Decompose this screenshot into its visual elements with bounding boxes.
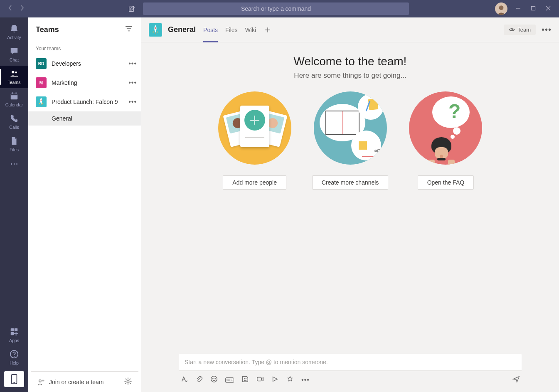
rail-label: Calendar xyxy=(5,102,23,107)
user-avatar[interactable] xyxy=(495,2,507,15)
sticker-icon[interactable] xyxy=(241,375,249,385)
teams-panel-title: Teams xyxy=(36,25,59,34)
team-row-falcon[interactable]: Product Launch: Falcon 9 ••• xyxy=(28,92,141,111)
svg-point-6 xyxy=(12,71,14,73)
new-message-button[interactable] xyxy=(124,1,140,17)
tab-wiki[interactable]: Wiki xyxy=(245,17,256,42)
window-close-button[interactable] xyxy=(546,5,551,12)
compose-area: GIF ••• xyxy=(141,354,559,392)
team-name: Developers xyxy=(52,60,123,67)
rail-label: Apps xyxy=(9,338,19,343)
svg-rect-10 xyxy=(12,92,13,94)
welcome-title: Welcome to the team! xyxy=(150,55,551,68)
team-more-button[interactable]: ••• xyxy=(128,60,137,67)
team-avatar xyxy=(36,96,47,107)
team-avatar: BD xyxy=(36,58,47,69)
rail-calendar[interactable]: Calendar xyxy=(0,88,28,111)
filter-button[interactable] xyxy=(125,25,133,34)
channel-name: General xyxy=(52,115,72,122)
team-avatar: M xyxy=(36,77,47,88)
rail-label: Calls xyxy=(9,125,19,130)
search-placeholder: Search or type a command xyxy=(241,5,311,12)
svg-point-19 xyxy=(40,99,42,101)
team-name: Marketing xyxy=(52,79,123,86)
welcome-card-add-people: Add more people xyxy=(218,91,291,190)
welcome-card-create-channels: Create more channels xyxy=(312,91,389,190)
rail-more-button[interactable]: • • • xyxy=(11,155,18,172)
rail-calls[interactable]: Calls xyxy=(0,111,28,133)
svg-point-7 xyxy=(15,71,17,74)
nav-forward-button[interactable] xyxy=(20,5,24,12)
channel-header: General Posts Files Wiki Team ••• xyxy=(141,17,559,42)
gif-icon[interactable]: GIF xyxy=(225,377,234,383)
svg-rect-12 xyxy=(11,328,14,331)
rail-label: Activity xyxy=(7,35,21,40)
svg-rect-9 xyxy=(11,94,18,96)
nav-back-button[interactable] xyxy=(8,5,12,12)
compose-input[interactable] xyxy=(179,354,522,371)
emoji-icon[interactable] xyxy=(210,375,218,385)
channel-row-general[interactable]: General xyxy=(28,111,141,126)
svg-rect-14 xyxy=(11,332,14,335)
rail-label: Help xyxy=(10,360,19,365)
team-more-button[interactable]: ••• xyxy=(128,79,137,86)
attach-icon[interactable] xyxy=(195,375,203,385)
praise-icon[interactable] xyxy=(286,375,294,385)
stream-icon[interactable] xyxy=(271,375,279,385)
search-input[interactable]: Search or type a command xyxy=(143,2,409,15)
compose-toolbar: GIF ••• xyxy=(179,371,522,385)
join-create-team-label: Join or create a team xyxy=(49,379,104,385)
rail-label: Chat xyxy=(10,57,19,62)
svg-point-1 xyxy=(499,5,504,10)
rail-files[interactable]: Files xyxy=(0,133,28,155)
rail-activity[interactable]: Activity xyxy=(0,21,28,43)
teams-panel: Teams Your teams BD Developers ••• M Mar… xyxy=(28,17,141,392)
rail-mobile-button[interactable] xyxy=(4,371,24,387)
rail-apps[interactable]: Apps xyxy=(0,324,28,346)
format-icon[interactable] xyxy=(180,375,188,385)
compose-more-icon[interactable]: ••• xyxy=(301,376,310,384)
svg-point-26 xyxy=(215,378,216,379)
send-icon[interactable] xyxy=(512,375,520,385)
svg-point-21 xyxy=(127,380,129,382)
rail-label: Teams xyxy=(8,80,21,85)
team-visibility-button[interactable]: Team xyxy=(504,25,536,35)
team-more-button[interactable]: ••• xyxy=(128,98,137,106)
svg-rect-3 xyxy=(532,7,535,10)
window-minimize-button[interactable] xyxy=(516,5,521,12)
rail-teams[interactable]: Teams xyxy=(0,66,28,88)
teams-section-header: Your teams xyxy=(28,42,141,54)
app-rail: Activity Chat Teams Calendar Calls Files xyxy=(0,17,28,392)
team-visibility-label: Team xyxy=(517,27,531,33)
team-row-marketing[interactable]: M Marketing ••• xyxy=(28,73,141,92)
add-people-button[interactable]: Add more people xyxy=(223,175,286,190)
rail-label: Files xyxy=(10,147,19,152)
svg-point-28 xyxy=(246,378,246,379)
rail-help[interactable]: Help xyxy=(0,346,28,369)
channel-more-button[interactable]: ••• xyxy=(542,25,552,35)
create-channels-button[interactable]: Create more channels xyxy=(312,175,389,190)
titlebar: Search or type a command xyxy=(0,0,559,17)
open-faq-button[interactable]: Open the FAQ xyxy=(418,175,474,190)
svg-point-23 xyxy=(511,29,513,30)
svg-point-22 xyxy=(155,27,156,29)
team-row-developers[interactable]: BD Developers ••• xyxy=(28,54,141,73)
add-tab-button[interactable] xyxy=(263,26,272,34)
svg-rect-29 xyxy=(257,377,261,381)
team-name: Product Launch: Falcon 9 xyxy=(52,99,123,105)
rail-chat[interactable]: Chat xyxy=(0,43,28,66)
svg-rect-11 xyxy=(16,92,17,94)
welcome-card-faq: ? Open the FAQ xyxy=(409,91,482,190)
settings-icon[interactable] xyxy=(124,377,132,386)
window-maximize-button[interactable] xyxy=(531,5,536,12)
tab-posts[interactable]: Posts xyxy=(203,17,218,42)
meet-now-icon[interactable] xyxy=(256,375,264,385)
create-channels-illustration xyxy=(314,91,387,165)
tab-files[interactable]: Files xyxy=(225,17,238,42)
channel-content: Welcome to the team! Here are some thing… xyxy=(141,42,559,354)
welcome-subtitle: Here are some things to get going... xyxy=(150,71,551,80)
svg-point-25 xyxy=(212,378,213,379)
svg-rect-0 xyxy=(129,7,134,12)
svg-point-18 xyxy=(14,382,15,383)
join-create-team-button[interactable]: Join or create a team xyxy=(31,371,138,392)
